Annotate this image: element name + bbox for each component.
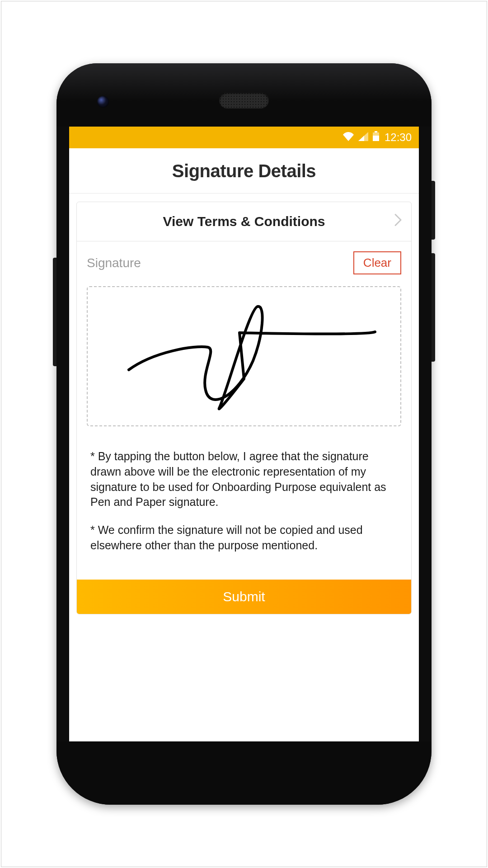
earpiece-speaker [219, 92, 269, 108]
phone-device-frame: 12:30 Signature Details View Terms & Con… [56, 63, 432, 805]
chevron-right-icon [394, 214, 402, 230]
disclaimer-paragraph-1: * By tapping the button below, I agree t… [90, 449, 398, 510]
signature-header-row: Signature Clear [77, 241, 411, 279]
signature-pad-container [77, 279, 411, 426]
signature-drawing [104, 293, 384, 420]
phone-bottom-bezel [56, 741, 432, 805]
submit-button[interactable]: Submit [77, 580, 411, 614]
status-bar: 12:30 [69, 127, 419, 148]
front-camera [97, 96, 109, 108]
status-icons [343, 131, 379, 144]
wifi-icon [343, 131, 354, 144]
disclaimer-text: * By tapping the button below, I agree t… [77, 426, 411, 580]
signature-card: View Terms & Conditions Signature Clear [76, 202, 412, 614]
phone-screen: 12:30 Signature Details View Terms & Con… [69, 127, 419, 741]
image-frame: 12:30 Signature Details View Terms & Con… [1, 1, 487, 867]
cellular-icon [358, 131, 368, 144]
signature-label: Signature [87, 256, 141, 270]
content-area: View Terms & Conditions Signature Clear [69, 193, 419, 614]
view-terms-row[interactable]: View Terms & Conditions [77, 202, 411, 241]
svg-rect-0 [375, 131, 377, 132]
svg-rect-2 [373, 136, 379, 141]
battery-icon [373, 131, 379, 144]
page-header: Signature Details [69, 148, 419, 193]
volume-rocker [53, 258, 56, 366]
signature-pad[interactable] [87, 286, 401, 426]
status-time: 12:30 [385, 131, 412, 144]
view-terms-label: View Terms & Conditions [163, 214, 325, 229]
clear-button[interactable]: Clear [353, 251, 401, 274]
page-title: Signature Details [69, 161, 419, 181]
phone-top-bezel [56, 63, 432, 127]
disclaimer-paragraph-2: * We confirm the signature will not be c… [90, 523, 398, 553]
